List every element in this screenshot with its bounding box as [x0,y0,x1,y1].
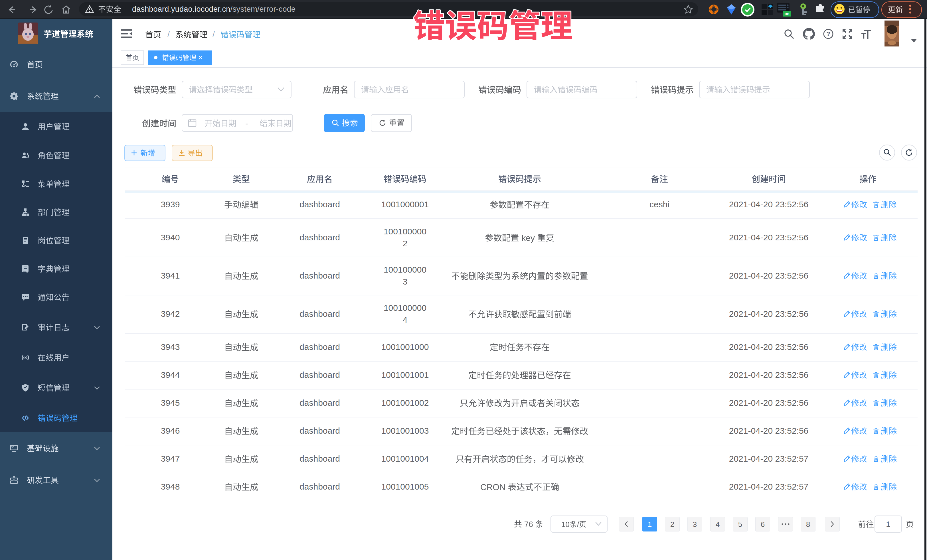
svg-text:?: ? [826,30,830,37]
svg-text:on: on [784,11,789,16]
